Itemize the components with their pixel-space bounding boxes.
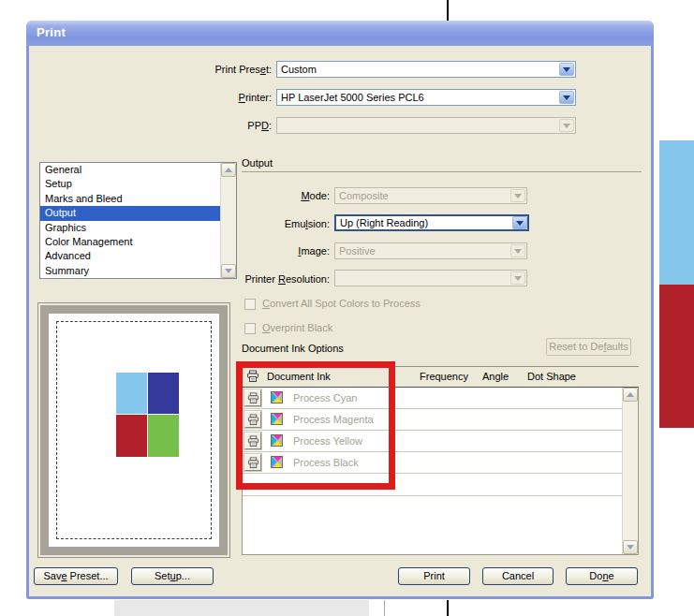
printer-resolution-select[interactable] [334, 270, 527, 286]
button-text: e [609, 570, 614, 581]
print-button[interactable]: Print [398, 567, 470, 585]
document-ink-options-title: Document Ink Options [242, 343, 344, 354]
label-text: onvert All Spot Colors to Process [270, 298, 421, 309]
chevron-down-icon[interactable] [512, 216, 527, 229]
label-text: ode: [310, 190, 330, 201]
chevron-glyph [563, 124, 570, 128]
button-text: Sav [43, 570, 61, 581]
label-text: rinter: [245, 92, 272, 103]
overprint-black-checkbox[interactable] [244, 323, 256, 334]
printer-label: Printer: [101, 92, 272, 103]
overprint-black-label: Overprint Black [262, 322, 332, 333]
printer-value: HP LaserJet 5000 Series PCL6 [281, 92, 424, 103]
label-text: t: [266, 64, 272, 75]
chevron-down-icon[interactable] [559, 91, 574, 104]
chevron-down-icon [559, 119, 574, 132]
label-text: mage: [301, 245, 330, 257]
chevron-down-icon [510, 271, 525, 285]
chevron-glyph [563, 95, 570, 100]
pasteboard-strip [114, 600, 369, 616]
chevron-glyph [516, 221, 524, 226]
label-text: verprint Black [271, 322, 333, 333]
button-text: aults [606, 341, 628, 352]
dialog-titlebar[interactable]: Print [26, 21, 654, 46]
chevron-glyph [514, 276, 522, 281]
label-accel: O [262, 322, 271, 333]
button-text: Preset... [67, 570, 109, 581]
preview-square-lightblue [116, 373, 147, 414]
button-text: Cancel [502, 570, 534, 581]
row-divider [243, 495, 622, 496]
page-guide-line-bottom [447, 600, 449, 616]
image-select[interactable]: Positive [334, 242, 527, 259]
image-value: Positive [339, 245, 376, 257]
chevron-down-icon[interactable] [559, 63, 574, 76]
mode-value: Composite [339, 190, 389, 201]
chevron-down-icon [510, 244, 525, 257]
mode-select[interactable]: Composite [334, 187, 527, 204]
document-red-rectangle [659, 285, 694, 428]
chevron-down-icon [510, 189, 525, 202]
label-accel: P [239, 92, 245, 103]
sidebar-item-general[interactable]: General [40, 163, 236, 177]
label-text: Print Pres [214, 64, 259, 75]
convert-spot-colors-label: Convert All Spot Colors to Process [262, 298, 421, 309]
label-text: : [269, 120, 272, 131]
setup-button[interactable]: Setup... [131, 567, 214, 585]
print-dialog: Print Print Preset: Custom Printer: HP L… [26, 21, 654, 599]
ink-table-scrollbar[interactable] [622, 388, 638, 554]
convert-spot-colors-checkbox[interactable] [244, 299, 256, 310]
column-header-angle[interactable]: Angle [482, 371, 509, 382]
label-accel: C [262, 298, 270, 309]
button-text: Set [155, 570, 170, 581]
output-panel-title: Output [242, 157, 273, 169]
preview-square-red [116, 415, 147, 457]
screen: Print Print Preset: Custom Printer: HP L… [0, 0, 694, 616]
section-divider [242, 171, 642, 172]
scroll-up-button[interactable] [623, 388, 638, 402]
button-text: Print [423, 570, 445, 581]
scroll-up-button[interactable] [221, 163, 236, 177]
preview-artwork [116, 373, 179, 457]
pasteboard-guide-line [384, 600, 385, 616]
chevron-glyph [514, 194, 522, 198]
preview-square-green [148, 415, 179, 457]
label-text: esolution: [286, 273, 330, 285]
chevron-glyph [563, 67, 570, 72]
ppd-label: PPD: [101, 120, 272, 131]
print-preset-value: Custom [281, 64, 317, 75]
emulsion-value: Up (Right Reading) [340, 217, 428, 228]
label-text: PP [247, 120, 261, 131]
dialog-title: Print [37, 25, 66, 39]
button-text: Reset to De [549, 341, 603, 352]
reset-to-defaults-button[interactable]: Reset to Defaults [546, 338, 631, 356]
emulsion-select[interactable]: Up (Right Reading) [334, 214, 529, 231]
printer-select[interactable]: HP LaserJet 5000 Series PCL6 [276, 89, 576, 106]
label-accel: R [278, 273, 286, 285]
printer-resolution-label: Printer Resolution: [142, 273, 330, 285]
page-preview [37, 302, 230, 558]
save-preset-button[interactable]: Save Preset... [34, 567, 118, 585]
mode-label: Mode: [142, 190, 330, 201]
arrow-down-icon [627, 545, 634, 550]
print-preset-label: Print Preset: [101, 64, 272, 75]
preview-mat [40, 305, 228, 555]
arrow-up-icon [225, 168, 232, 172]
cancel-button[interactable]: Cancel [482, 567, 554, 585]
label-accel: M [301, 190, 309, 201]
image-label: Image: [142, 245, 330, 257]
arrow-up-icon [627, 392, 634, 397]
button-text: p... [176, 570, 190, 581]
scroll-down-button[interactable] [623, 540, 638, 554]
ppd-select[interactable] [276, 117, 576, 134]
preview-square-darkblue [148, 373, 179, 414]
label-accel: D [261, 120, 269, 131]
preview-page [49, 314, 219, 547]
button-text: Do [589, 570, 602, 581]
column-header-dot-shape[interactable]: Dot Shape [527, 371, 576, 382]
done-button[interactable]: Done [566, 567, 638, 585]
chevron-glyph [514, 249, 522, 254]
print-preset-select[interactable]: Custom [276, 61, 576, 78]
column-header-frequency[interactable]: Frequency [420, 371, 468, 382]
label-text: Emu [285, 218, 306, 229]
